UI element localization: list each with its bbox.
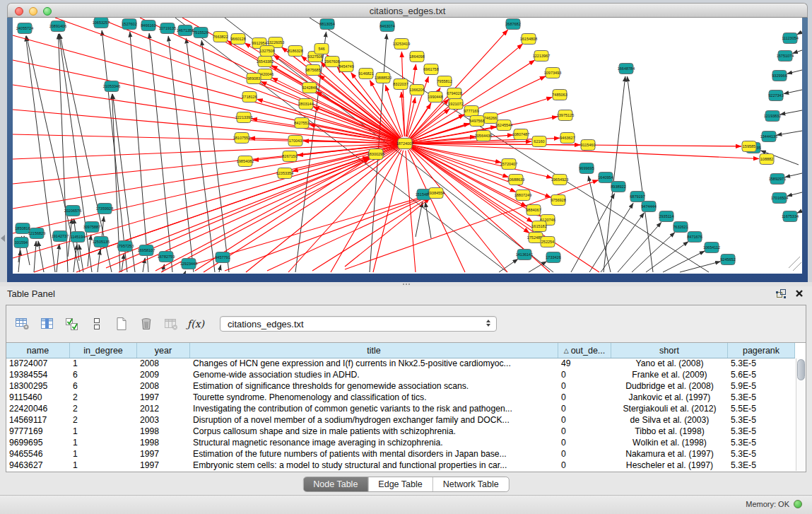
graph-edge[interactable] xyxy=(312,197,430,271)
graph-edge[interactable] xyxy=(663,251,705,272)
table-selector-dropdown[interactable]: citations_edges.txt xyxy=(220,316,497,332)
graph-edge[interactable] xyxy=(777,131,802,135)
graph-node[interactable]: 9660128 xyxy=(230,34,245,45)
graph-node[interactable]: 170043 xyxy=(288,136,302,146)
graph-node[interactable]: 8471676 xyxy=(687,232,702,243)
graph-node[interactable]: 15751074 xyxy=(777,51,794,62)
graph-node[interactable]: 8454749 xyxy=(339,62,353,72)
graph-node[interactable]: 1864098 xyxy=(409,52,424,62)
table-cell[interactable]: 19384554 xyxy=(6,369,70,380)
table-cell[interactable]: 2008 xyxy=(137,358,190,369)
table-cell[interactable]: 1 xyxy=(70,437,137,448)
graph-node[interactable]: 12193832 xyxy=(764,111,781,122)
graph-edge[interactable] xyxy=(345,198,430,267)
graph-node[interactable]: 18807249 xyxy=(514,190,531,201)
table-cell[interactable]: 1 xyxy=(70,358,137,369)
graph-edge[interactable] xyxy=(785,173,802,177)
table-cell[interactable]: 9463627 xyxy=(6,460,70,471)
table-cell[interactable]: Jankovic et al. (1997) xyxy=(611,392,728,403)
memory-status-indicator[interactable] xyxy=(794,500,802,508)
table-row[interactable]: 1456911722003Disruption of a novel membe… xyxy=(6,414,795,426)
graph-node[interactable]: 252254 xyxy=(541,237,555,247)
graph-node[interactable]: 16543382 xyxy=(257,57,273,67)
graph-node[interactable]: 9242848 xyxy=(302,83,317,93)
graph-node[interactable]: 9329966 xyxy=(772,71,787,81)
column-header-pagerank[interactable]: pagerank xyxy=(728,343,795,358)
table-row[interactable]: 969969511998Structural magnetic resonanc… xyxy=(6,437,795,448)
table-cell[interactable]: Franke et al. (2009) xyxy=(611,369,728,380)
graph-edge[interactable] xyxy=(411,109,449,139)
graph-node[interactable]: 62160 xyxy=(532,136,546,147)
graph-edge[interactable] xyxy=(219,265,220,272)
graph-node[interactable]: 11675334 xyxy=(782,211,799,222)
graph-edge[interactable] xyxy=(412,145,553,177)
graph-node[interactable]: 12156829 xyxy=(28,228,45,239)
table-cell[interactable]: 1 xyxy=(70,426,137,437)
graph-edge[interactable] xyxy=(13,145,398,209)
graph-edge[interactable] xyxy=(797,211,802,213)
tab-edge-table[interactable]: Edge Table xyxy=(368,477,433,491)
table-settings-icon[interactable] xyxy=(15,317,30,331)
column-header-out-de-[interactable]: △out_de... xyxy=(558,343,611,358)
graph-node[interactable]: 19854082 xyxy=(237,156,254,167)
table-cell[interactable]: 2 xyxy=(70,392,137,403)
graph-node[interactable]: 7632621 xyxy=(673,222,688,233)
graph-edge[interactable] xyxy=(409,149,507,272)
graph-node[interactable]: 20206576 xyxy=(64,206,81,216)
graph-edge[interactable] xyxy=(57,244,59,272)
graph-node[interactable]: 1366206 xyxy=(409,85,424,95)
graph-edge[interactable] xyxy=(425,202,431,238)
graph-edge[interactable] xyxy=(246,148,399,272)
graph-node[interactable]: 14671358 xyxy=(177,25,194,36)
graph-node[interactable]: 9146821 xyxy=(358,69,373,79)
graph-node[interactable]: 8463074 xyxy=(379,21,394,32)
graph-node[interactable]: 1145194 xyxy=(70,232,85,243)
table-cell[interactable]: 9777169 xyxy=(6,426,70,437)
close-panel-icon[interactable] xyxy=(795,289,804,298)
table-cell[interactable]: 18724007 xyxy=(6,358,70,369)
table-cell[interactable]: 5.6E-5 xyxy=(728,369,795,380)
graph-node[interactable]: 12923448 xyxy=(180,259,197,269)
delete-rows-icon[interactable] xyxy=(139,317,154,331)
graph-edge[interactable] xyxy=(13,110,398,143)
graph-edge[interactable] xyxy=(13,134,398,144)
panel-collapse-arrow[interactable] xyxy=(1,235,5,242)
graph-node[interactable]: 1615182 xyxy=(531,221,546,232)
column-header-name[interactable]: name xyxy=(6,343,70,358)
graph-edge[interactable] xyxy=(789,257,800,268)
table-cell[interactable]: Estimation of significance thresholds fo… xyxy=(190,380,558,392)
graph-node[interactable]: 7515526 xyxy=(193,28,208,38)
graph-node[interactable]: 9245652 xyxy=(720,255,735,265)
graph-node[interactable]: 6794028 xyxy=(447,88,461,99)
table-cell[interactable]: 1 xyxy=(70,448,137,460)
table-cell[interactable]: 5.5E-5 xyxy=(728,403,795,414)
table-cell[interactable]: 2 xyxy=(70,414,137,426)
graph-node[interactable]: 9884067 xyxy=(526,205,541,216)
row-height-icon[interactable] xyxy=(89,317,105,331)
graph-node[interactable]: 8813054 xyxy=(319,19,334,30)
graph-edge[interactable] xyxy=(13,146,398,258)
graph-edge[interactable] xyxy=(787,192,802,196)
table-cell[interactable]: 0 xyxy=(558,437,611,448)
graph-edge[interactable] xyxy=(185,271,186,272)
table-cell[interactable]: Investigating the contribution of common… xyxy=(190,403,558,414)
graph-edge[interactable] xyxy=(411,146,516,192)
graph-edge[interactable] xyxy=(98,250,100,272)
graph-node[interactable]: 16782759 xyxy=(158,252,175,262)
graph-node[interactable]: 1733426 xyxy=(546,252,560,263)
graph-node[interactable]: 13444135 xyxy=(760,132,777,142)
graph-node[interactable]: 18107552 xyxy=(233,133,250,144)
table-cell[interactable]: Embryonic stem cells: a model to study s… xyxy=(190,460,558,471)
graph-edge[interactable] xyxy=(79,245,83,272)
table-cell[interactable]: 0 xyxy=(558,414,611,426)
graph-edge[interactable] xyxy=(627,76,653,272)
graph-node[interactable]: 8427552 xyxy=(294,118,309,129)
table-cell[interactable]: 0 xyxy=(558,448,611,460)
graph-node[interactable]: 17016504 xyxy=(771,193,788,204)
graph-node[interactable]: 18300295 xyxy=(367,149,384,160)
table-cell[interactable]: 1998 xyxy=(137,426,190,437)
graph-node[interactable]: 12213967 xyxy=(533,51,550,62)
table-cell[interactable]: 5.3E-5 xyxy=(728,392,795,403)
graph-edge[interactable] xyxy=(784,90,802,94)
graph-edge[interactable] xyxy=(38,241,44,272)
